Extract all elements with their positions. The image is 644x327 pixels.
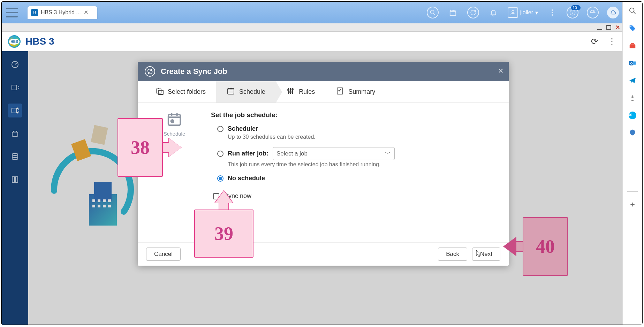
dashboard-icon[interactable] — [587, 7, 599, 18]
summary-icon — [336, 87, 344, 97]
scheduler-description: Up to 30 schedules can be created. — [228, 134, 491, 140]
step-summary[interactable]: Summary — [325, 81, 386, 102]
app-tab[interactable]: H HBS 3 Hybrid ... ✕ — [28, 6, 97, 19]
svg-point-47 — [630, 26, 631, 27]
window-controls: ✕ — [2, 23, 622, 32]
wizard-steps: Select folders Schedule Ru — [138, 81, 509, 103]
sliders-icon — [286, 87, 295, 97]
svg-rect-48 — [629, 44, 635, 48]
section-title: Set the job schedule: — [211, 111, 491, 119]
svg-point-37 — [290, 91, 291, 93]
system-topbar: H HBS 3 Hybrid ... ✕ — [2, 2, 622, 23]
info-icon[interactable]: 10+ — [567, 7, 578, 18]
svg-text:O: O — [630, 62, 632, 65]
sidebar-tag-icon[interactable] — [628, 23, 637, 33]
hbs-logo-icon: HBS — [8, 35, 21, 48]
sidebar-send-icon[interactable] — [628, 76, 637, 85]
menu-button[interactable] — [6, 8, 18, 17]
svg-rect-50 — [633, 61, 635, 64]
modal-header: Create a Sync Job ✕ — [138, 62, 509, 81]
run-after-description: This job runs every time the selected jo… — [228, 161, 491, 168]
select-job-dropdown[interactable]: Select a job ﹀ — [273, 147, 395, 160]
create-sync-job-dialog: Create a Sync Job ✕ Select folders — [138, 62, 509, 266]
svg-point-44 — [171, 120, 174, 123]
select-job-placeholder: Select a job — [276, 150, 308, 157]
svg-rect-2 — [450, 12, 456, 15]
clapper-icon[interactable] — [447, 7, 459, 18]
modal-close-icon[interactable]: ✕ — [498, 67, 504, 75]
refresh-icon[interactable]: ⟳ — [591, 37, 598, 46]
svg-point-45 — [629, 8, 634, 13]
cloud-icon[interactable] — [607, 7, 619, 18]
info-badge: 10+ — [571, 5, 581, 10]
step-schedule[interactable]: Schedule — [216, 81, 276, 102]
cancel-button[interactable]: Cancel — [146, 248, 181, 261]
checkbox-sync-now-label: Sync now — [224, 192, 251, 200]
radio-run-after-label: Run after job: — [228, 150, 268, 157]
svg-point-0 — [430, 10, 434, 14]
sidebar-skype-icon[interactable]: S — [628, 111, 637, 120]
chevron-down-icon: ﹀ — [385, 150, 391, 158]
svg-rect-39 — [337, 88, 343, 94]
folder-icon — [155, 87, 164, 97]
checkbox-sync-now[interactable] — [213, 193, 219, 199]
step-label: Select folders — [168, 88, 206, 96]
radio-scheduler[interactable] — [217, 126, 223, 132]
tab-close-icon[interactable]: ✕ — [84, 9, 88, 16]
sidebar-app-icon[interactable] — [628, 128, 637, 138]
refresh-device-icon[interactable] — [467, 7, 479, 18]
svg-point-38 — [292, 89, 293, 90]
calendar-icon — [227, 87, 235, 97]
app-tab-label: HBS 3 Hybrid ... — [41, 9, 81, 16]
sidebar-add-icon[interactable]: ＋ — [628, 199, 637, 209]
radio-no-schedule[interactable] — [217, 175, 223, 182]
app-tab-icon: H — [31, 9, 38, 16]
sidebar-search-icon[interactable] — [628, 6, 637, 16]
step-indicator-label: Schedule — [152, 131, 197, 137]
search-icon[interactable] — [427, 7, 439, 18]
minimize-icon[interactable] — [597, 25, 602, 30]
modal-title: Create a Sync Job — [161, 67, 227, 76]
close-icon[interactable]: ✕ — [615, 25, 620, 30]
svg-point-3 — [512, 10, 514, 13]
user-name-label: jioller — [520, 9, 533, 16]
step-label: Schedule — [239, 88, 265, 96]
sidebar-outlook-icon[interactable]: O — [628, 58, 637, 68]
user-menu[interactable]: jioller ▾ — [508, 7, 538, 18]
user-avatar-icon — [508, 7, 518, 18]
radio-no-schedule-label: No schedule — [228, 175, 265, 182]
svg-rect-40 — [168, 115, 181, 126]
svg-point-36 — [288, 89, 289, 91]
app-menu-icon[interactable]: ⋮ — [608, 37, 616, 46]
back-button[interactable]: Back — [438, 248, 467, 261]
maximize-icon[interactable] — [606, 25, 611, 30]
dropdown-caret-icon: ▾ — [535, 9, 538, 16]
radio-run-after-job[interactable] — [217, 151, 223, 157]
step-indicator: Schedule — [152, 111, 197, 235]
right-app-sidebar: O S ＋ — [622, 2, 642, 325]
svg-line-46 — [633, 12, 635, 14]
sidebar-briefcase-icon[interactable] — [628, 41, 637, 51]
svg-rect-29 — [228, 89, 234, 94]
sidebar-chess-icon[interactable] — [628, 93, 637, 103]
app-title: HBS 3 — [25, 36, 54, 47]
radio-scheduler-label: Scheduler — [228, 125, 258, 132]
mouse-cursor-icon — [476, 250, 482, 257]
step-rules[interactable]: Rules — [276, 81, 325, 102]
svg-line-1 — [433, 13, 435, 15]
step-select-folders[interactable]: Select folders — [145, 81, 216, 102]
step-label: Rules — [299, 88, 315, 96]
more-icon[interactable] — [546, 7, 558, 18]
next-button[interactable]: Next — [472, 248, 500, 261]
sync-icon — [145, 66, 155, 77]
bell-icon[interactable] — [487, 7, 499, 18]
app-header: HBS HBS 3 ⟳ ⋮ — [2, 32, 622, 51]
step-label: Summary — [348, 88, 375, 96]
modal-footer: Cancel Back Next — [138, 242, 509, 266]
